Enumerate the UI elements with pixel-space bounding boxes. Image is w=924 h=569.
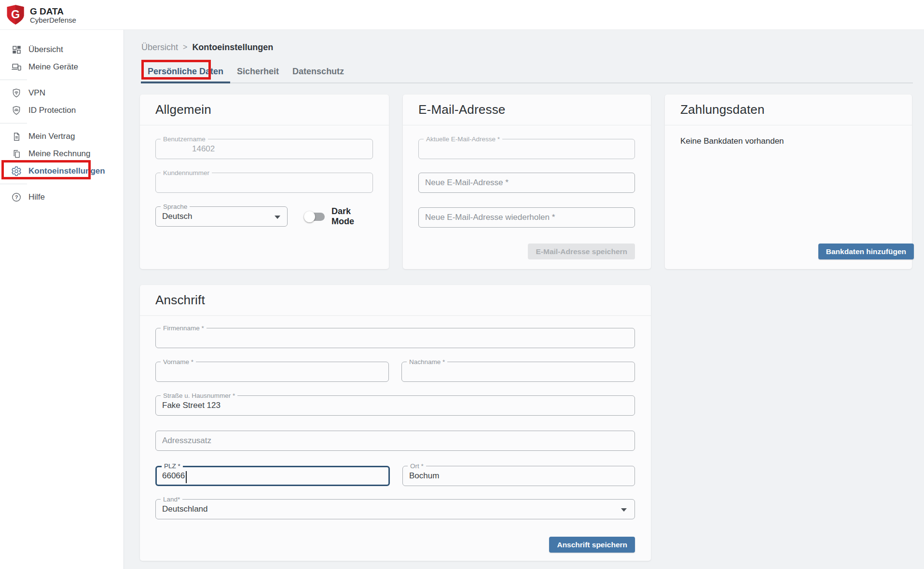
brand-subtitle: CyberDefense [30,16,76,24]
land-label: Land* [161,496,182,503]
ort-input[interactable] [403,466,634,486]
brand-text: G DATA CyberDefense [30,6,76,24]
firmenname-field-wrapper: Firmenname * [155,328,635,348]
card-email: E-Mail-Adresse Aktuelle E-Mail-Adresse *… [403,95,651,269]
sidebar: Übersicht Meine Geräte [0,30,124,569]
sidebar-item-meine-geraete[interactable]: Meine Geräte [0,58,124,76]
tab-persoenliche-daten[interactable]: Persönliche Daten [141,62,230,83]
ort-field-wrapper: Ort * [402,466,635,486]
chevron-down-icon [275,216,280,219]
nachname-label: Nachname * [407,358,447,366]
anschrift-speichern-button[interactable]: Anschrift speichern [549,537,635,553]
devices-icon [11,61,22,73]
firmenname-label: Firmenname * [161,325,207,332]
tab-datenschutz[interactable]: Datenschutz [286,62,351,83]
ort-label: Ort * [408,462,426,470]
brand-name: G DATA [30,6,76,16]
firmenname-input[interactable] [156,328,634,348]
benutzername-field-wrapper: Benutzername [155,139,373,159]
card-title: E-Mail-Adresse [418,102,506,117]
benutzername-label: Benutzername [161,135,208,143]
sprache-select[interactable]: Sprache Deutsch [155,206,288,227]
card-zahlungsdaten-header: Zahlungsdaten [665,95,912,125]
tab-sicherheit[interactable]: Sicherheit [230,62,286,83]
email-wiederholen-field-wrapper [418,207,635,228]
gear-icon [11,165,22,177]
dark-mode-label: Dark Mode [331,206,373,227]
plz-input[interactable] [157,467,388,485]
sidebar-divider [0,123,27,123]
sidebar-item-meine-rechnung[interactable]: Meine Rechnung [0,145,124,163]
kundennummer-field-wrapper: Kundennummer [155,173,373,193]
vorname-field-wrapper: Vorname * [155,362,389,382]
sidebar-item-label: Meine Geräte [28,62,78,72]
help-icon: ? [11,191,22,203]
gdata-shield-icon: G [6,4,25,26]
app-header: G G DATA CyberDefense [0,0,924,30]
aktuelle-email-field-wrapper: Aktuelle E-Mail-Adresse * [418,139,635,159]
sidebar-item-label: Hilfe [28,192,45,202]
card-email-header: E-Mail-Adresse [403,95,651,125]
sidebar-item-hilfe[interactable]: ? Hilfe [0,189,124,206]
card-zahlungsdaten: Zahlungsdaten Keine Bankdaten vorhanden … [665,95,912,269]
card-title: Zahlungsdaten [680,102,765,117]
document-icon [11,131,22,142]
adresszusatz-field-wrapper [155,431,635,451]
card-title: Allgemein [155,102,211,117]
sidebar-item-label: Mein Vertrag [28,132,75,141]
breadcrumb-separator-icon: > [183,43,187,52]
shield-wifi-icon [11,87,22,99]
copy-icon [11,148,22,160]
sidebar-item-id-protection[interactable]: ID Protection [0,102,124,119]
strasse-field-wrapper: Straße u. Hausnummer * [155,395,635,416]
breadcrumb: Übersicht > Kontoeinstellungen [141,42,913,53]
bankdaten-hinzufuegen-button[interactable]: Bankdaten hinzufügen [818,244,914,259]
brand-logo[interactable]: G G DATA CyberDefense [0,0,924,26]
sidebar-item-label: Meine Rechnung [28,149,91,159]
breadcrumb-uebersicht[interactable]: Übersicht [141,42,178,53]
neue-email-field-wrapper [418,173,635,193]
dashboard-icon [11,44,22,55]
sidebar-divider [0,80,27,80]
land-value: Deutschland [156,500,634,519]
sidebar-item-mein-vertrag[interactable]: Mein Vertrag [0,128,124,145]
svg-text:?: ? [15,194,18,200]
chevron-down-icon [621,508,627,512]
text-cursor [186,471,187,483]
aktuelle-email-label: Aktuelle E-Mail-Adresse * [424,135,502,143]
card-anschrift-header: Anschrift [140,285,651,316]
email-speichern-button: E-Mail-Adresse speichern [528,244,635,259]
sidebar-item-label: ID Protection [28,106,76,115]
sidebar-divider [0,184,27,184]
tab-bar: Persönliche Daten Sicherheit Datenschutz [141,62,913,83]
neue-email-input[interactable] [419,173,634,192]
svg-text:G: G [11,8,20,21]
vorname-label: Vorname * [161,358,196,366]
no-bank-data-text: Keine Bankdaten vorhanden [680,136,896,146]
card-title: Anschrift [155,293,205,308]
cards-row: Allgemein Benutzername Kundennummer Spra… [140,95,913,269]
land-select[interactable]: Land* Deutschland [155,499,635,519]
sidebar-item-vpn[interactable]: VPN [0,84,124,102]
sidebar-item-label: VPN [28,88,45,98]
adresszusatz-input[interactable] [156,431,634,450]
sidebar-item-uebersicht[interactable]: Übersicht [0,41,124,58]
main-content: Übersicht > Kontoeinstellungen Persönlic… [124,30,924,569]
email-wiederholen-input[interactable] [419,208,634,227]
plz-field-wrapper: PLZ * [155,466,390,486]
shield-fingerprint-icon [11,105,22,116]
nachname-field-wrapper: Nachname * [401,362,635,382]
dark-mode-toggle[interactable] [305,213,325,221]
sidebar-nav: Übersicht Meine Geräte [0,30,124,206]
strasse-label: Straße u. Hausnummer * [161,392,237,399]
toggle-knob [304,211,315,222]
card-anschrift: Anschrift Firmenname * Vorname * Nachnam… [140,285,651,561]
plz-label: PLZ * [162,462,183,470]
card-allgemein-header: Allgemein [140,95,389,125]
sprache-label: Sprache [161,203,190,210]
sidebar-item-kontoeinstellungen[interactable]: Kontoeinstellungen [0,163,124,180]
kundennummer-label: Kundennummer [161,169,212,176]
card-allgemein: Allgemein Benutzername Kundennummer Spra… [140,95,389,269]
breadcrumb-current: Kontoeinstellungen [192,42,273,53]
sidebar-item-label: Übersicht [28,45,63,54]
